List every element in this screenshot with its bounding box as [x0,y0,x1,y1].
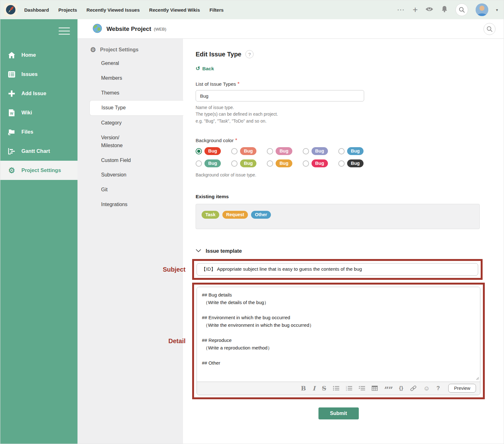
sidebar-item-add-issue[interactable]: Add Issue [0,84,77,103]
add-icon[interactable]: + [413,6,418,14]
settings-item-version-milestone[interactable]: Version/ Milestone [77,130,142,153]
template-detail-textarea[interactable]: ## Bug details （Write the details of the… [197,287,480,382]
toolbar-help-icon[interactable]: ? [436,385,440,392]
color-option-pink[interactable]: Bug [267,147,292,155]
watch-eye-icon[interactable] [425,6,433,13]
blockquote-icon[interactable]: ”” [384,388,392,391]
link-icon[interactable] [410,385,417,391]
overflow-menu-icon[interactable]: ⋯ [397,7,405,13]
sidebar-item-label: Issues [21,71,37,77]
color-option-dark[interactable]: Bug [338,159,364,167]
settings-item-subversion[interactable]: Subversion [77,168,183,182]
global-nav-items: Dashboard Projects Recently Viewed Issue… [24,7,224,13]
emoji-icon[interactable]: ☺ [423,385,430,392]
wiki-document-icon: W [7,109,16,117]
edit-issue-type-panel: Edit Issue Type ? ↺ Back List of Issue T… [183,39,504,444]
sidebar-item-label: Home [21,52,36,58]
chevron-down-icon [196,248,201,254]
sidebar: Home Issues Add Issue W Wiki [0,19,77,444]
global-search-icon[interactable] [455,3,468,16]
template-subject-input[interactable] [197,263,478,276]
radio-button[interactable] [267,148,273,154]
settings-item-general[interactable]: General [77,56,183,71]
sidebar-item-label: Gantt Chart [21,148,50,154]
nav-recently-viewed-wikis[interactable]: Recently Viewed Wikis [149,7,200,13]
table-icon[interactable] [372,386,378,391]
background-color-help: Background color of issue type. [196,172,485,178]
radio-button[interactable] [303,148,309,154]
required-asterisk: * [238,81,239,87]
italic-icon[interactable]: I [312,385,315,392]
color-option-periwinkle[interactable]: Bug [303,147,328,155]
svg-text:W: W [10,112,14,115]
settings-item-issue-type[interactable]: Issue Type [89,100,183,116]
radio-button[interactable] [338,160,345,167]
settings-item-category[interactable]: Category [77,116,183,130]
color-option-green[interactable]: Bug [196,159,221,167]
resize-handle[interactable] [475,376,479,381]
numbered-list-icon[interactable]: 123 [346,386,352,391]
user-menu-caret-icon[interactable]: ▾ [496,8,498,12]
radio-button[interactable] [267,160,273,167]
notifications-bell-icon[interactable] [441,6,448,14]
color-option-amber[interactable]: Bug [267,159,292,167]
color-option-red[interactable]: Bug [196,147,221,155]
checklist-icon[interactable] [359,386,365,391]
strikethrough-icon[interactable]: S [322,385,326,392]
existing-item-request-badge[interactable]: Request [222,211,248,219]
radio-button[interactable] [196,148,202,154]
settings-item-integrations[interactable]: Integrations [77,197,183,212]
issue-type-name-input[interactable] [196,90,364,101]
svg-text:3: 3 [346,389,347,391]
nav-projects[interactable]: Projects [58,7,77,13]
settings-item-members[interactable]: Members [77,71,183,86]
color-option-crimson[interactable]: Bug [303,159,328,167]
bullet-list-icon[interactable] [333,386,339,391]
sidebar-item-wiki[interactable]: W Wiki [0,103,77,122]
backlog-logo-icon[interactable] [4,3,17,16]
add-issue-plus-icon [7,90,16,97]
radio-button[interactable] [303,160,309,167]
preview-button[interactable]: Preview [448,384,476,393]
radio-button[interactable] [231,148,238,154]
radio-button[interactable] [338,148,345,154]
back-link[interactable]: ↺ Back [196,65,214,72]
radio-button[interactable] [196,160,202,167]
markdown-toolbar: B I S 123 [197,382,480,395]
nav-dashboard[interactable]: Dashboard [24,7,49,13]
sidebar-item-gantt-chart[interactable]: Gantt Chart [0,141,77,161]
sidebar-item-home[interactable]: Home [0,45,77,65]
background-color-options: Bug Bug Bug Bug Bug Bug Bug Bug Bug Bug [196,147,485,167]
project-search-icon[interactable] [484,23,495,35]
issue-template-toggle[interactable]: Issue template [196,248,485,254]
sidebar-item-project-settings[interactable]: ⚙ Project Settings [0,161,77,180]
settings-item-git[interactable]: Git [77,182,183,197]
radio-button[interactable] [231,160,238,167]
nav-filters[interactable]: Filters [209,7,224,13]
sidebar-item-files[interactable]: Files [0,122,77,141]
bold-icon[interactable]: B [301,385,306,392]
nav-recently-viewed-issues[interactable]: Recently Viewed Issues [87,7,140,13]
home-icon [7,52,16,59]
help-icon[interactable]: ? [245,50,254,58]
issues-list-icon [7,71,16,78]
submit-button[interactable]: Submit [318,407,359,419]
code-braces-icon[interactable]: {} [399,385,403,391]
existing-item-other-badge[interactable]: Other [251,211,271,219]
global-nav: Dashboard Projects Recently Viewed Issue… [0,0,504,19]
project-settings-menu: ⚙ Project Settings General Members Theme… [77,39,183,444]
settings-item-custom-field[interactable]: Custom Field [77,153,183,168]
existing-item-task-badge[interactable]: Task [202,211,219,219]
user-avatar[interactable] [476,3,488,16]
settings-item-themes[interactable]: Themes [77,86,183,101]
color-option-salmon[interactable]: Bug [231,147,256,155]
issue-type-name-help: Name of issue type. The type(s) can be d… [196,104,485,124]
color-option-blue[interactable]: Bug [338,147,364,155]
subject-annotation: Subject [163,266,186,273]
sidebar-item-issues[interactable]: Issues [0,65,77,84]
color-option-yellow-green[interactable]: Bug [231,159,256,167]
global-nav-actions: ⋯ + ▾ [397,3,498,16]
sidebar-collapse-icon[interactable] [59,27,70,35]
sidebar-item-label: Project Settings [21,167,61,173]
sidebar-item-label: Files [21,129,33,135]
